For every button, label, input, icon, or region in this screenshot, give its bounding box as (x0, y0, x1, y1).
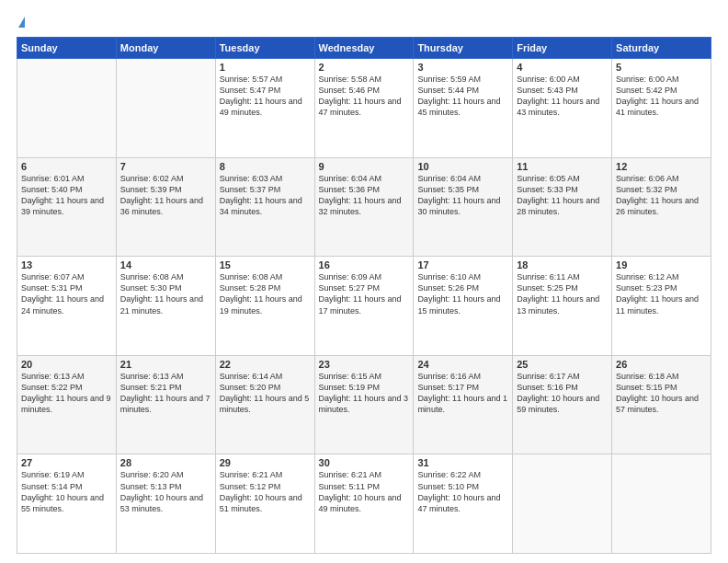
day-number: 20 (21, 359, 112, 370)
day-number: 24 (417, 359, 508, 370)
calendar-cell: 16Sunrise: 6:09 AM Sunset: 5:27 PM Dayli… (314, 257, 414, 356)
day-info: Sunrise: 6:11 AM Sunset: 5:25 PM Dayligh… (517, 271, 608, 316)
day-number: 15 (220, 259, 311, 270)
calendar-header-monday: Monday (116, 38, 215, 59)
day-info: Sunrise: 6:10 AM Sunset: 5:26 PM Dayligh… (417, 271, 508, 316)
calendar-cell: 23Sunrise: 6:15 AM Sunset: 5:19 PM Dayli… (314, 355, 414, 454)
calendar-cell: 1Sunrise: 5:57 AM Sunset: 5:47 PM Daylig… (215, 59, 314, 158)
day-number: 30 (319, 457, 410, 468)
calendar-header-wednesday: Wednesday (314, 38, 414, 59)
day-number: 23 (319, 359, 410, 370)
calendar-cell: 14Sunrise: 6:08 AM Sunset: 5:30 PM Dayli… (116, 257, 215, 356)
calendar-cell (17, 59, 117, 158)
calendar-cell: 27Sunrise: 6:19 AM Sunset: 5:14 PM Dayli… (17, 454, 117, 554)
calendar-week-row: 6Sunrise: 6:01 AM Sunset: 5:40 PM Daylig… (17, 157, 711, 257)
calendar-week-row: 27Sunrise: 6:19 AM Sunset: 5:14 PM Dayli… (17, 454, 711, 554)
day-number: 25 (517, 359, 608, 370)
day-info: Sunrise: 6:12 AM Sunset: 5:23 PM Dayligh… (616, 271, 707, 316)
day-info: Sunrise: 6:17 AM Sunset: 5:16 PM Dayligh… (517, 371, 608, 416)
calendar-cell: 20Sunrise: 6:13 AM Sunset: 5:22 PM Dayli… (17, 355, 117, 454)
calendar-cell: 19Sunrise: 6:12 AM Sunset: 5:23 PM Dayli… (612, 257, 711, 356)
day-number: 8 (220, 161, 311, 172)
calendar-cell: 8Sunrise: 6:03 AM Sunset: 5:37 PM Daylig… (215, 157, 314, 257)
day-number: 19 (616, 259, 707, 270)
day-info: Sunrise: 6:09 AM Sunset: 5:27 PM Dayligh… (319, 271, 410, 316)
day-number: 13 (21, 259, 112, 270)
calendar-cell: 30Sunrise: 6:21 AM Sunset: 5:11 PM Dayli… (314, 454, 414, 554)
calendar-header-sunday: Sunday (17, 38, 117, 59)
calendar-cell: 12Sunrise: 6:06 AM Sunset: 5:32 PM Dayli… (612, 157, 711, 257)
day-number: 2 (319, 62, 410, 73)
day-info: Sunrise: 6:08 AM Sunset: 5:28 PM Dayligh… (220, 271, 311, 316)
calendar-week-row: 20Sunrise: 6:13 AM Sunset: 5:22 PM Dayli… (17, 355, 711, 454)
day-number: 10 (417, 161, 508, 172)
day-number: 22 (220, 359, 311, 370)
day-info: Sunrise: 6:00 AM Sunset: 5:42 PM Dayligh… (616, 74, 707, 119)
day-info: Sunrise: 6:05 AM Sunset: 5:33 PM Dayligh… (517, 173, 608, 218)
calendar-cell: 5Sunrise: 6:00 AM Sunset: 5:42 PM Daylig… (612, 59, 711, 158)
day-info: Sunrise: 6:15 AM Sunset: 5:19 PM Dayligh… (319, 371, 410, 416)
calendar-header-thursday: Thursday (414, 38, 513, 59)
day-number: 17 (417, 259, 508, 270)
calendar-cell: 21Sunrise: 6:13 AM Sunset: 5:21 PM Dayli… (116, 355, 215, 454)
day-info: Sunrise: 6:21 AM Sunset: 5:11 PM Dayligh… (319, 469, 410, 514)
day-info: Sunrise: 6:00 AM Sunset: 5:43 PM Dayligh… (517, 74, 608, 119)
calendar-cell: 4Sunrise: 6:00 AM Sunset: 5:43 PM Daylig… (513, 59, 612, 158)
calendar-cell (513, 454, 612, 554)
day-info: Sunrise: 6:08 AM Sunset: 5:30 PM Dayligh… (120, 271, 211, 316)
calendar-cell: 18Sunrise: 6:11 AM Sunset: 5:25 PM Dayli… (513, 257, 612, 356)
day-number: 18 (517, 259, 608, 270)
calendar-cell: 31Sunrise: 6:22 AM Sunset: 5:10 PM Dayli… (414, 454, 513, 554)
day-info: Sunrise: 6:18 AM Sunset: 5:15 PM Dayligh… (616, 371, 707, 416)
calendar-cell: 28Sunrise: 6:20 AM Sunset: 5:13 PM Dayli… (116, 454, 215, 554)
calendar-cell: 17Sunrise: 6:10 AM Sunset: 5:26 PM Dayli… (414, 257, 513, 356)
header (17, 17, 711, 28)
calendar-cell: 6Sunrise: 6:01 AM Sunset: 5:40 PM Daylig… (17, 157, 117, 257)
day-number: 21 (120, 359, 211, 370)
day-number: 16 (319, 259, 410, 270)
calendar-cell: 15Sunrise: 6:08 AM Sunset: 5:28 PM Dayli… (215, 257, 314, 356)
day-number: 14 (120, 259, 211, 270)
day-number: 3 (417, 62, 508, 73)
calendar-cell (612, 454, 711, 554)
calendar-cell: 22Sunrise: 6:14 AM Sunset: 5:20 PM Dayli… (215, 355, 314, 454)
day-info: Sunrise: 6:14 AM Sunset: 5:20 PM Dayligh… (220, 371, 311, 416)
calendar-cell: 11Sunrise: 6:05 AM Sunset: 5:33 PM Dayli… (513, 157, 612, 257)
calendar-cell: 24Sunrise: 6:16 AM Sunset: 5:17 PM Dayli… (414, 355, 513, 454)
day-number: 5 (616, 62, 707, 73)
day-info: Sunrise: 6:22 AM Sunset: 5:10 PM Dayligh… (417, 469, 508, 514)
calendar-week-row: 13Sunrise: 6:07 AM Sunset: 5:31 PM Dayli… (17, 257, 711, 356)
calendar-cell: 3Sunrise: 5:59 AM Sunset: 5:44 PM Daylig… (414, 59, 513, 158)
logo-triangle-icon (18, 17, 25, 28)
day-number: 12 (616, 161, 707, 172)
calendar-cell: 13Sunrise: 6:07 AM Sunset: 5:31 PM Dayli… (17, 257, 117, 356)
day-number: 28 (120, 457, 211, 468)
day-info: Sunrise: 6:04 AM Sunset: 5:36 PM Dayligh… (319, 173, 410, 218)
calendar-cell (116, 59, 215, 158)
day-info: Sunrise: 5:58 AM Sunset: 5:46 PM Dayligh… (319, 74, 410, 119)
calendar-week-row: 1Sunrise: 5:57 AM Sunset: 5:47 PM Daylig… (17, 59, 711, 158)
day-info: Sunrise: 6:21 AM Sunset: 5:12 PM Dayligh… (220, 469, 311, 514)
day-info: Sunrise: 6:13 AM Sunset: 5:22 PM Dayligh… (21, 371, 112, 416)
calendar-header-tuesday: Tuesday (215, 38, 314, 59)
day-number: 11 (517, 161, 608, 172)
day-number: 29 (220, 457, 311, 468)
day-number: 7 (120, 161, 211, 172)
calendar-cell: 9Sunrise: 6:04 AM Sunset: 5:36 PM Daylig… (314, 157, 414, 257)
day-info: Sunrise: 6:16 AM Sunset: 5:17 PM Dayligh… (417, 371, 508, 416)
day-info: Sunrise: 6:01 AM Sunset: 5:40 PM Dayligh… (21, 173, 112, 218)
calendar-table: SundayMondayTuesdayWednesdayThursdayFrid… (17, 37, 711, 554)
page: SundayMondayTuesdayWednesdayThursdayFrid… (0, 0, 728, 563)
calendar-cell: 10Sunrise: 6:04 AM Sunset: 5:35 PM Dayli… (414, 157, 513, 257)
day-info: Sunrise: 6:20 AM Sunset: 5:13 PM Dayligh… (120, 469, 211, 514)
day-info: Sunrise: 6:02 AM Sunset: 5:39 PM Dayligh… (120, 173, 211, 218)
day-info: Sunrise: 6:07 AM Sunset: 5:31 PM Dayligh… (21, 271, 112, 316)
calendar-cell: 25Sunrise: 6:17 AM Sunset: 5:16 PM Dayli… (513, 355, 612, 454)
day-info: Sunrise: 6:13 AM Sunset: 5:21 PM Dayligh… (120, 371, 211, 416)
day-number: 26 (616, 359, 707, 370)
day-number: 1 (220, 62, 311, 73)
calendar-cell: 7Sunrise: 6:02 AM Sunset: 5:39 PM Daylig… (116, 157, 215, 257)
day-number: 6 (21, 161, 112, 172)
logo (17, 17, 25, 28)
calendar-header-row: SundayMondayTuesdayWednesdayThursdayFrid… (17, 38, 711, 59)
